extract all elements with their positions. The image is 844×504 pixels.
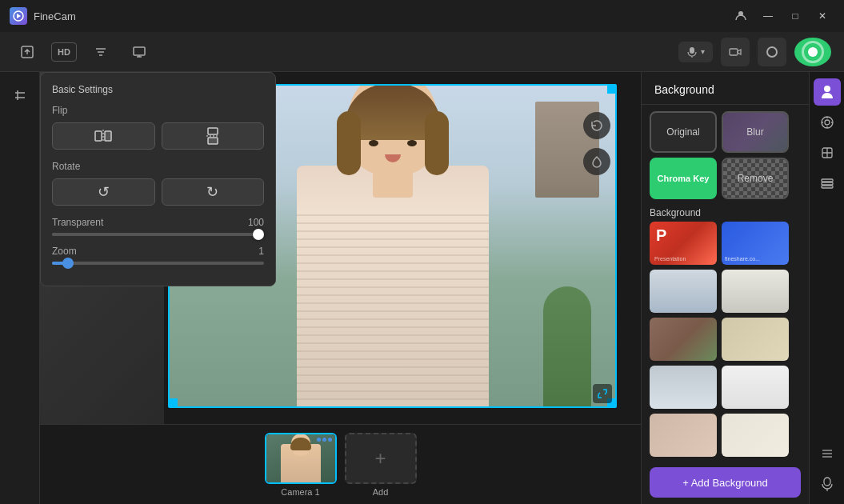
remove-bg-button[interactable]: Remove bbox=[722, 158, 789, 199]
export-button[interactable] bbox=[13, 38, 42, 66]
record-button[interactable] bbox=[758, 38, 786, 66]
camera-area: Basic Settings Flip bbox=[40, 72, 641, 504]
svg-rect-22 bbox=[822, 186, 833, 188]
svg-point-16 bbox=[824, 86, 830, 92]
zoom-label: Zoom bbox=[52, 246, 77, 257]
camera1-thumbnail: Camera 1 bbox=[265, 433, 337, 497]
add-thumbnail: + Add bbox=[345, 433, 417, 497]
bg-row-5 bbox=[650, 414, 801, 457]
transparent-slider[interactable] bbox=[52, 233, 264, 236]
bg-row-4 bbox=[650, 366, 801, 409]
flip-horizontal-button[interactable] bbox=[52, 122, 155, 150]
close-button[interactable]: ✕ bbox=[810, 6, 834, 26]
video-background: Basic Settings Flip bbox=[40, 72, 641, 424]
svg-rect-21 bbox=[822, 182, 833, 185]
bg-thumb-4[interactable] bbox=[722, 270, 789, 313]
zoom-slider[interactable] bbox=[52, 262, 264, 265]
svg-rect-10 bbox=[95, 131, 102, 141]
add-label: Add bbox=[373, 487, 389, 497]
right-panel: Background Original Blur Chroma Key Remo… bbox=[641, 72, 809, 504]
chroma-key-button[interactable]: Chroma Key bbox=[650, 158, 717, 199]
resize-icon[interactable] bbox=[593, 384, 612, 403]
left-sidebar bbox=[0, 72, 40, 504]
rotate-label: Rotate bbox=[52, 161, 264, 172]
bg-thumb-6[interactable] bbox=[722, 318, 789, 361]
mic-button[interactable]: ▾ bbox=[678, 42, 713, 62]
bg-thumb-3[interactable] bbox=[650, 270, 717, 313]
transparent-label: Transparent bbox=[52, 217, 103, 228]
svg-rect-9 bbox=[730, 49, 738, 55]
thumbnail-dots bbox=[317, 438, 332, 442]
toolbar: HD ▾ bbox=[0, 32, 844, 72]
mic-chevron: ▾ bbox=[701, 47, 705, 56]
app-title-text: FineCam bbox=[34, 10, 76, 22]
strip-effects-button[interactable] bbox=[814, 109, 841, 136]
flip-label: Flip bbox=[52, 105, 264, 116]
bg-thumb-8[interactable] bbox=[722, 366, 789, 409]
svg-point-18 bbox=[825, 120, 830, 125]
maximize-button[interactable]: □ bbox=[783, 6, 807, 26]
toolbar-right: ▾ bbox=[678, 38, 831, 66]
original-bg-button[interactable]: Original bbox=[650, 111, 717, 153]
bg-thumb-1[interactable]: P Presentation bbox=[650, 222, 717, 265]
rotate-cw-button[interactable]: ↻ bbox=[162, 178, 265, 206]
bg-thumb-7[interactable] bbox=[650, 366, 717, 409]
bg-thumb-5[interactable] bbox=[650, 318, 717, 361]
settings-panel-title: Basic Settings bbox=[52, 84, 264, 95]
svg-rect-11 bbox=[105, 131, 111, 141]
camera1-label: Camera 1 bbox=[281, 487, 319, 497]
right-panel-title: Background bbox=[642, 72, 809, 105]
bg-thumb-10[interactable] bbox=[722, 414, 789, 457]
add-preview-button[interactable]: + bbox=[345, 433, 417, 484]
bg-row-1: P Presentation fineshare.co... bbox=[650, 222, 801, 265]
live-button[interactable] bbox=[794, 38, 831, 66]
main-content: Basic Settings Flip bbox=[0, 72, 844, 504]
svg-rect-14 bbox=[208, 138, 218, 144]
filter-button[interactable] bbox=[86, 38, 115, 66]
add-background-button[interactable]: + Add Background bbox=[650, 467, 801, 498]
svg-point-17 bbox=[822, 117, 833, 128]
screen-button[interactable] bbox=[125, 38, 154, 66]
add-background-label: + Add Background bbox=[682, 477, 768, 489]
account-button[interactable] bbox=[729, 6, 753, 26]
bg-row-3 bbox=[650, 318, 801, 361]
background-section-label: Background bbox=[642, 202, 809, 222]
transparent-value: 100 bbox=[248, 217, 264, 228]
strip-sticker-button[interactable] bbox=[814, 139, 841, 166]
blur-bg-button[interactable]: Blur bbox=[722, 111, 789, 153]
svg-rect-26 bbox=[824, 478, 830, 486]
titlebar-left: FineCam bbox=[10, 7, 76, 25]
bg-thumb-9[interactable] bbox=[650, 414, 717, 457]
rotate-float-button[interactable] bbox=[583, 112, 610, 139]
bg-row-2 bbox=[650, 270, 801, 313]
strip-person-button[interactable] bbox=[814, 78, 841, 106]
rotate-row: ↺ ↻ bbox=[52, 178, 264, 206]
titlebar-controls: — □ ✕ bbox=[729, 6, 834, 26]
camera1-preview[interactable] bbox=[265, 433, 337, 484]
watermark-float-button[interactable] bbox=[583, 148, 610, 175]
strip-mic-button[interactable] bbox=[814, 470, 841, 498]
camera-button[interactable] bbox=[721, 38, 750, 66]
rotate-ccw-button[interactable]: ↺ bbox=[52, 178, 155, 206]
sidebar-switch-icon[interactable] bbox=[5, 80, 35, 110]
flip-row bbox=[52, 122, 264, 150]
record-dot-icon bbox=[766, 46, 778, 58]
titlebar: FineCam — □ ✕ bbox=[0, 0, 844, 32]
svg-rect-20 bbox=[822, 179, 833, 182]
strip-layers-button[interactable] bbox=[814, 170, 841, 197]
hd-button[interactable]: HD bbox=[51, 42, 77, 62]
app-logo bbox=[10, 7, 27, 25]
svg-rect-13 bbox=[208, 128, 218, 134]
bg-thumb-2[interactable]: fineshare.co... bbox=[722, 222, 789, 265]
flip-vertical-button[interactable] bbox=[162, 122, 265, 150]
strip-settings-button[interactable] bbox=[814, 440, 841, 467]
svg-rect-7 bbox=[690, 47, 694, 54]
minimize-button[interactable]: — bbox=[756, 6, 780, 26]
thumbnail-bar: Camera 1 + Add bbox=[40, 424, 641, 504]
resize-handle-tr[interactable] bbox=[607, 84, 617, 94]
live-icon bbox=[802, 41, 824, 63]
resize-handle-bl[interactable] bbox=[168, 398, 178, 408]
settings-panel: Basic Settings Flip bbox=[40, 72, 276, 286]
video-container: Basic Settings Flip bbox=[40, 72, 641, 424]
transparent-slider-row: Transparent 100 bbox=[52, 217, 264, 236]
